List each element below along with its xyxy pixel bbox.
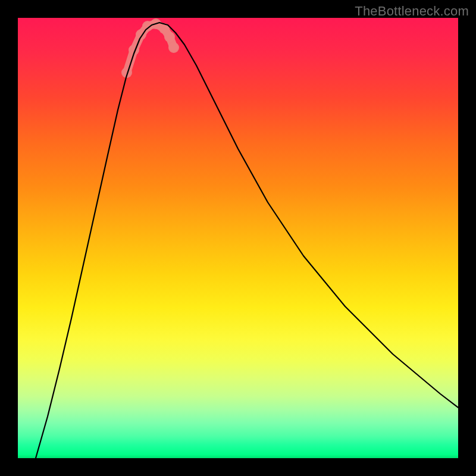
watermark-text: TheBottleneck.com bbox=[355, 4, 469, 19]
optimal-region-dot bbox=[168, 42, 179, 53]
chart-frame: TheBottleneck.com bbox=[0, 0, 476, 476]
bottleneck-curve bbox=[36, 23, 458, 458]
optimal-region-dot bbox=[164, 32, 175, 42]
plot-area bbox=[18, 18, 458, 458]
curve-svg bbox=[18, 18, 458, 458]
